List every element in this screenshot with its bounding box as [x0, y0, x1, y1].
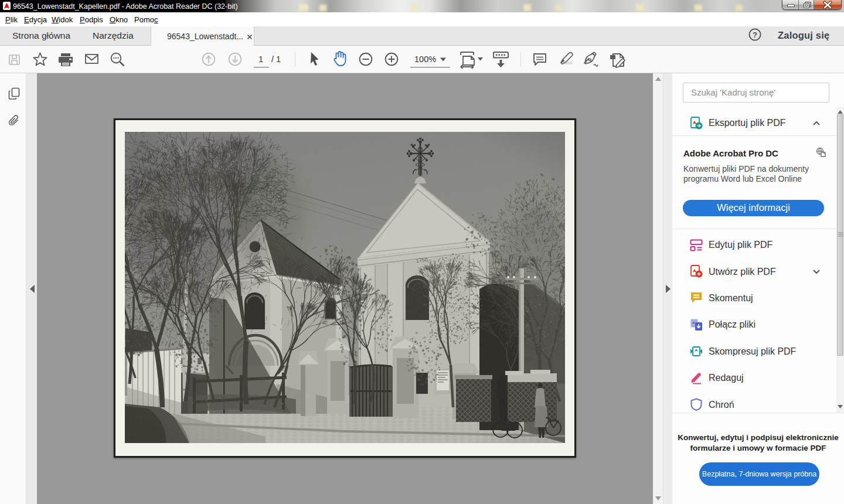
svg-text:/ 1: / 1: [271, 55, 281, 64]
svg-text:100%: 100%: [414, 55, 436, 64]
svg-text:1: 1: [258, 55, 263, 64]
svg-text:?: ?: [753, 30, 757, 39]
